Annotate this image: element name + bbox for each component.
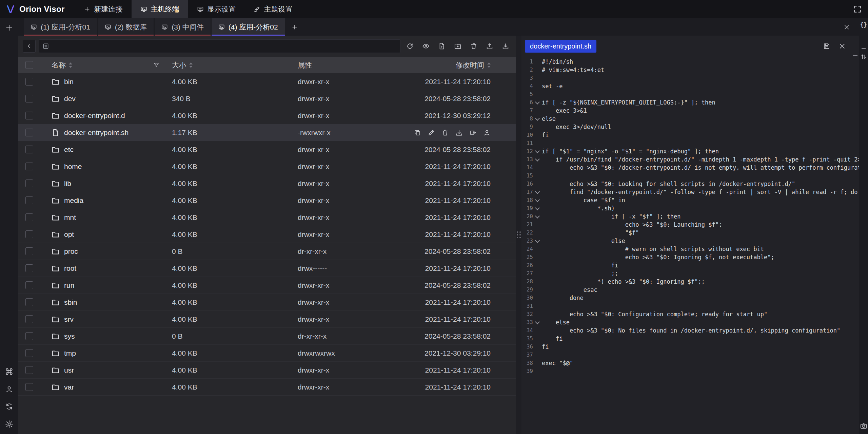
download-button[interactable] <box>499 40 512 53</box>
row-checkbox[interactable] <box>25 213 33 221</box>
row-checkbox[interactable] <box>25 332 33 340</box>
file-name[interactable]: usr <box>64 366 74 374</box>
row-checkbox[interactable] <box>25 264 33 272</box>
row-checkbox[interactable] <box>25 112 33 119</box>
braces-icon[interactable]: {} <box>860 21 867 28</box>
copy-icon[interactable] <box>414 129 421 136</box>
row-checkbox[interactable] <box>25 196 33 204</box>
table-row[interactable]: usr 4.00 KB drwxr-xr-x 2021-11-24 17:20:… <box>18 362 516 379</box>
fold-chevron-icon[interactable] <box>535 100 540 105</box>
row-checkbox[interactable] <box>25 298 33 306</box>
table-row[interactable]: tmp 4.00 KB drwxrwxrwx 2021-12-30 03:29:… <box>18 345 516 362</box>
file-name[interactable]: docker-entrypoint.sh <box>64 129 129 137</box>
sort-size-icon[interactable] <box>189 62 193 68</box>
table-row[interactable]: docker-entrypoint.sh 1.17 KB -rwxrwxr-x <box>18 124 516 141</box>
file-name[interactable]: docker-entrypoint.d <box>64 112 125 120</box>
download-icon[interactable] <box>455 129 463 136</box>
file-name[interactable]: etc <box>64 146 74 154</box>
file-name[interactable]: srv <box>64 315 74 323</box>
new-file-button[interactable] <box>435 40 448 53</box>
row-checkbox[interactable] <box>25 129 33 136</box>
select-all-checkbox[interactable] <box>25 61 33 69</box>
close-editor-icon[interactable] <box>839 42 846 50</box>
refresh-button[interactable] <box>403 40 416 53</box>
path-list-icon[interactable] <box>42 43 49 50</box>
terminal-tab[interactable]: (1) 应用-分析01 <box>24 18 97 36</box>
table-row[interactable]: sys 0 B dr-xr-xr-x 2024-05-28 23:58:02 <box>18 328 516 345</box>
table-row[interactable]: root 4.00 KB drwx------ 2021-11-24 17:20… <box>18 260 516 277</box>
fold-chevron-icon[interactable] <box>535 320 540 324</box>
file-name[interactable]: sbin <box>64 298 77 306</box>
table-row[interactable]: docker-entrypoint.d 4.00 KB drwxr-xr-x 2… <box>18 107 516 124</box>
fullscreen-icon[interactable] <box>853 5 862 14</box>
close-all-icon[interactable] <box>843 18 859 36</box>
table-row[interactable]: bin 4.00 KB drwxr-xr-x 2021-11-24 17:20:… <box>18 73 516 90</box>
file-name[interactable]: dev <box>64 95 76 103</box>
edit-icon[interactable] <box>428 129 435 136</box>
sort-mtime-icon[interactable] <box>487 62 491 68</box>
permission-icon[interactable] <box>483 129 491 136</box>
command-icon[interactable] <box>5 367 14 376</box>
file-name[interactable]: home <box>64 163 82 171</box>
table-row[interactable]: etc 4.00 KB drwxr-xr-x 2024-05-28 23:58:… <box>18 141 516 158</box>
file-name[interactable]: mnt <box>64 213 76 222</box>
row-checkbox[interactable] <box>25 366 33 374</box>
file-name[interactable]: tmp <box>64 349 76 357</box>
save-icon[interactable] <box>823 42 830 50</box>
row-checkbox[interactable] <box>25 383 33 391</box>
back-button[interactable] <box>23 40 36 53</box>
row-checkbox[interactable] <box>25 180 33 187</box>
table-row[interactable]: lib 4.00 KB drwxr-xr-x 2021-11-24 17:20:… <box>18 175 516 192</box>
fold-chevron-icon[interactable] <box>535 157 540 162</box>
table-row[interactable]: opt 4.00 KB drwxr-xr-x 2021-11-24 17:20:… <box>18 226 516 243</box>
drag-handle-icon[interactable] <box>517 231 521 238</box>
file-name[interactable]: opt <box>64 230 74 239</box>
file-name[interactable]: var <box>64 383 74 391</box>
delete-icon[interactable] <box>441 129 449 136</box>
row-checkbox[interactable] <box>25 315 33 323</box>
nav-item[interactable]: 显示设置 <box>188 0 245 18</box>
table-row[interactable]: run 4.00 KB drwxr-xr-x 2024-05-28 23:58:… <box>18 277 516 294</box>
row-checkbox[interactable] <box>25 230 33 238</box>
table-row[interactable]: proc 0 B dr-xr-xr-x 2024-05-28 23:58:02 <box>18 243 516 260</box>
new-tab-button[interactable] <box>286 18 303 36</box>
panel-splitter[interactable] <box>516 36 521 434</box>
table-row[interactable]: var 4.00 KB drwxr-xr-x 2021-11-24 17:20:… <box>18 379 516 396</box>
nav-item[interactable]: 主机终端 <box>132 0 188 18</box>
row-checkbox[interactable] <box>25 78 33 86</box>
editor-file-tab[interactable]: docker-entrypoint.sh <box>525 40 596 53</box>
row-checkbox[interactable] <box>25 163 33 170</box>
row-checkbox[interactable] <box>25 349 33 357</box>
fold-chevron-icon[interactable] <box>535 206 540 210</box>
fold-chevron-icon[interactable] <box>535 214 540 219</box>
screenshot-camera-icon[interactable] <box>860 422 867 430</box>
table-row[interactable]: media 4.00 KB drwxr-xr-x 2021-11-24 17:2… <box>18 192 516 209</box>
nav-item[interactable]: 主题设置 <box>245 0 301 18</box>
terminal-tab[interactable]: (3) 中间件 <box>155 18 211 36</box>
file-name[interactable]: root <box>64 264 76 272</box>
move-icon[interactable] <box>469 129 477 136</box>
row-checkbox[interactable] <box>25 146 33 153</box>
table-row[interactable]: mnt 4.00 KB drwxr-xr-x 2021-11-24 17:20:… <box>18 209 516 226</box>
file-name[interactable]: lib <box>64 180 71 188</box>
delete-button[interactable] <box>467 40 480 53</box>
terminal-tab[interactable]: (4) 应用-分析02 <box>212 18 285 36</box>
new-folder-button[interactable] <box>451 40 464 53</box>
filter-icon[interactable] <box>153 62 159 68</box>
settings-gear-icon[interactable] <box>5 420 14 429</box>
fold-chevron-icon[interactable] <box>535 189 540 194</box>
file-name[interactable]: bin <box>64 78 74 86</box>
row-checkbox[interactable] <box>25 281 33 289</box>
fold-chevron-icon[interactable] <box>535 238 540 243</box>
nav-item[interactable]: 新建连接 <box>75 0 132 18</box>
file-name[interactable]: sys <box>64 332 75 340</box>
preview-button[interactable] <box>419 40 432 53</box>
table-row[interactable]: srv 4.00 KB drwxr-xr-x 2021-11-24 17:20:… <box>18 311 516 328</box>
row-checkbox[interactable] <box>25 95 33 102</box>
table-row[interactable]: dev 340 B drwxr-xr-x 2024-05-28 23:58:02 <box>18 90 516 107</box>
file-name[interactable]: run <box>64 281 74 289</box>
sort-lines-icon[interactable] <box>860 53 867 60</box>
upload-button[interactable] <box>483 40 496 53</box>
row-checkbox[interactable] <box>25 247 33 255</box>
file-name[interactable]: proc <box>64 247 78 256</box>
